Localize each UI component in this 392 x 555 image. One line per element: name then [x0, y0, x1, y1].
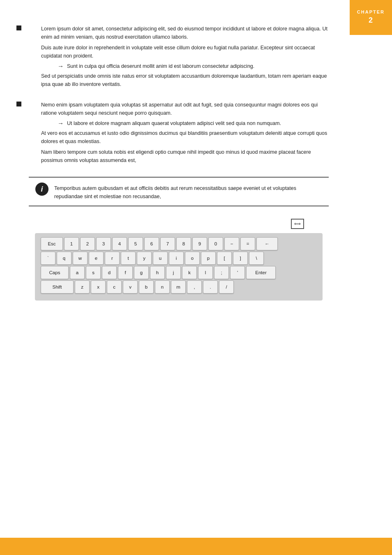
- info-box-text: Temporibus autem quibusdam et aut offici…: [54, 183, 322, 201]
- key-rbracket[interactable]: ]: [233, 252, 248, 265]
- section2-arrow: → Ut labore et dolore magnam aliquam qua…: [58, 120, 329, 127]
- key-period[interactable]: .: [203, 280, 218, 294]
- keyboard-resize-icon: ⟺: [294, 221, 301, 227]
- key-n[interactable]: n: [155, 280, 170, 294]
- section2-arrow-text: Ut labore et dolore magnam aliquam quaer…: [67, 120, 281, 126]
- key-6[interactable]: 6: [144, 237, 159, 250]
- key-z[interactable]: z: [75, 280, 90, 294]
- key-0[interactable]: 0: [208, 237, 223, 250]
- key-l[interactable]: l: [198, 266, 213, 279]
- key-m[interactable]: m: [171, 280, 186, 294]
- key-equals[interactable]: =: [240, 237, 255, 250]
- section2-para1: Nemo enim ipsam voluptatem quia voluptas…: [41, 101, 329, 117]
- key-i[interactable]: i: [169, 252, 184, 265]
- chapter-number: 2: [369, 15, 373, 25]
- key-a[interactable]: a: [70, 266, 85, 279]
- bullet-icon-1: [16, 25, 21, 30]
- key-1[interactable]: 1: [64, 237, 79, 250]
- key-b[interactable]: b: [139, 280, 154, 294]
- key-lbracket[interactable]: [: [217, 252, 232, 265]
- key-semicolon[interactable]: ;: [214, 266, 229, 279]
- comma: ,: [135, 157, 136, 163]
- key-slash[interactable]: /: [219, 280, 234, 294]
- section1-para3: Sed ut perspiciatis unde omnis iste natu…: [41, 72, 329, 88]
- key-comma[interactable]: ,: [187, 280, 202, 294]
- key-caps[interactable]: Caps: [41, 266, 69, 279]
- key-backslash[interactable]: \: [249, 252, 264, 265]
- section-2: Nemo enim ipsam voluptatem quia voluptas…: [29, 101, 329, 164]
- key-h[interactable]: h: [150, 266, 165, 279]
- key-y[interactable]: y: [137, 252, 152, 265]
- section2-para2: At vero eos et accusamus et iusto odio d…: [41, 129, 329, 146]
- info-icon: i: [35, 183, 48, 196]
- keyboard-icon-box: ⟺: [291, 219, 304, 229]
- key-x[interactable]: x: [91, 280, 106, 294]
- key-backtick[interactable]: `: [41, 252, 55, 265]
- keyboard-row-2: ` q w e r t y u i o p [ ] \: [41, 252, 317, 265]
- key-7[interactable]: 7: [160, 237, 175, 250]
- keyboard-row-1: Esc 1 2 3 4 5 6 7 8 9 0 − = ←: [41, 237, 317, 250]
- key-u[interactable]: u: [153, 252, 168, 265]
- key-c[interactable]: c: [107, 280, 122, 294]
- key-9[interactable]: 9: [192, 237, 207, 250]
- key-q[interactable]: q: [57, 252, 71, 265]
- key-5[interactable]: 5: [128, 237, 143, 250]
- key-e[interactable]: e: [89, 252, 104, 265]
- key-8[interactable]: 8: [176, 237, 191, 250]
- key-r[interactable]: r: [105, 252, 120, 265]
- bullet-icon-2: [16, 102, 21, 106]
- bottom-bar: [0, 538, 392, 555]
- info-comma: ,: [159, 194, 161, 199]
- key-2[interactable]: 2: [80, 237, 95, 250]
- keyboard-icon-row: ⟺: [29, 219, 329, 229]
- keyboard-row-4: Shift z x c v b n m , . /: [41, 280, 317, 294]
- section1-arrow-text: Sunt in culpa qui officia deserunt molli…: [67, 63, 254, 69]
- key-4[interactable]: 4: [112, 237, 127, 250]
- keyboard-wrapper: Esc 1 2 3 4 5 6 7 8 9 0 − = ← ` q w e: [35, 233, 323, 301]
- key-k[interactable]: k: [182, 266, 197, 279]
- key-j[interactable]: j: [166, 266, 181, 279]
- section2-para3: Nam libero tempore cum soluta nobis est …: [41, 148, 329, 164]
- key-d[interactable]: d: [102, 266, 117, 279]
- key-s[interactable]: s: [86, 266, 101, 279]
- key-p[interactable]: p: [201, 252, 216, 265]
- key-enter[interactable]: Enter: [246, 266, 276, 279]
- section1-para2: Duis aute irure dolor in reprehenderit i…: [41, 44, 329, 60]
- arrow-symbol-2: →: [58, 120, 64, 127]
- arrow-symbol-1: →: [58, 62, 64, 69]
- key-minus[interactable]: −: [224, 237, 239, 250]
- section-1: Lorem ipsum dolor sit amet, consectetur …: [29, 25, 329, 88]
- section1-arrow: → Sunt in culpa qui officia deserunt mol…: [58, 62, 329, 69]
- info-box: i Temporibus autem quibusdam et aut offi…: [29, 177, 329, 206]
- keyboard-section: ⟺ Esc 1 2 3 4 5 6 7 8 9 0 − = ←: [29, 219, 329, 301]
- info-icon-label: i: [41, 185, 43, 194]
- key-shift[interactable]: Shift: [41, 280, 74, 294]
- main-content: Lorem ipsum dolor sit amet, consectetur …: [0, 0, 357, 325]
- key-v[interactable]: v: [123, 280, 138, 294]
- keyboard-row-3: Caps a s d f g h j k l ; ' Enter: [41, 266, 317, 279]
- key-backspace[interactable]: ←: [256, 237, 278, 250]
- key-rshift-spacer: [235, 280, 260, 294]
- chapter-label: CHAPTER: [357, 9, 385, 15]
- section1-para1: Lorem ipsum dolor sit amet, consectetur …: [41, 25, 329, 41]
- chapter-tab: CHAPTER 2: [350, 0, 392, 35]
- key-f[interactable]: f: [118, 266, 133, 279]
- key-w[interactable]: w: [73, 252, 88, 265]
- key-t[interactable]: t: [121, 252, 136, 265]
- key-esc[interactable]: Esc: [41, 237, 63, 250]
- key-o[interactable]: o: [185, 252, 200, 265]
- key-quote[interactable]: ': [230, 266, 245, 279]
- key-3[interactable]: 3: [96, 237, 111, 250]
- key-g[interactable]: g: [134, 266, 149, 279]
